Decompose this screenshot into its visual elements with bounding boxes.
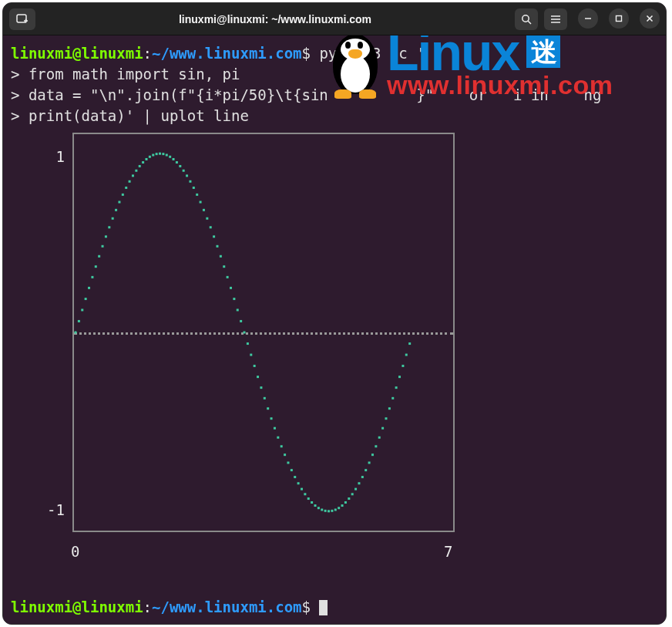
sine-curve: [72, 133, 455, 532]
svg-rect-108: [398, 376, 401, 378]
svg-rect-89: [334, 508, 337, 511]
svg-rect-17: [91, 276, 93, 278]
svg-rect-30: [135, 170, 137, 172]
menu-icon: [550, 15, 561, 24]
svg-rect-22: [108, 226, 110, 228]
svg-rect-105: [388, 407, 391, 410]
svg-rect-69: [267, 407, 269, 410]
svg-rect-27: [125, 187, 127, 189]
prompt-path-2: ~/www.linuxmi.com: [152, 598, 301, 615]
svg-rect-58: [230, 287, 232, 289]
svg-rect-54: [216, 245, 218, 248]
svg-rect-28: [129, 180, 131, 183]
svg-rect-71: [274, 427, 276, 430]
svg-rect-75: [287, 461, 289, 464]
svg-rect-23: [112, 217, 114, 220]
svg-rect-60: [237, 308, 239, 311]
titlebar-right-controls: [515, 8, 660, 30]
svg-rect-14: [81, 308, 83, 311]
prompt-user-2: linuxmi@linuxmi: [11, 598, 143, 615]
svg-rect-19: [98, 255, 100, 258]
svg-rect-92: [344, 501, 347, 504]
command-cont-2a: > data = "\n".join(f"{i*pi/50}\t{sin: [11, 86, 328, 103]
command-cont-3: > print(data)' | uplot line: [11, 106, 666, 126]
svg-rect-12: [75, 332, 77, 334]
svg-rect-87: [328, 510, 330, 512]
svg-rect-42: [176, 161, 178, 163]
svg-rect-40: [169, 156, 171, 158]
svg-rect-46: [189, 180, 191, 183]
watermark-mi-char: 迷: [526, 35, 560, 68]
svg-rect-109: [402, 365, 404, 367]
svg-rect-41: [173, 158, 175, 160]
titlebar: linuxmi@linuxmi: ~/www.linuxmi.com: [3, 3, 666, 35]
prompt-symbol-2: $: [302, 598, 311, 615]
svg-rect-93: [348, 497, 350, 500]
svg-rect-74: [284, 453, 286, 456]
svg-rect-36: [156, 153, 158, 155]
minimize-button[interactable]: [578, 8, 598, 29]
svg-rect-110: [405, 354, 408, 356]
svg-rect-33: [145, 158, 147, 160]
prompt-sep-2: :: [143, 598, 152, 615]
new-tab-icon: [16, 14, 29, 25]
svg-rect-29: [132, 174, 134, 177]
svg-rect-16: [88, 287, 90, 289]
svg-rect-59: [233, 298, 235, 300]
svg-rect-52: [210, 226, 212, 228]
svg-rect-24: [115, 209, 117, 211]
watermark-linux-word: Linux: [387, 35, 519, 74]
svg-rect-55: [220, 255, 222, 258]
search-button[interactable]: [515, 8, 538, 30]
watermark-linux: Linux 迷: [387, 35, 613, 74]
svg-rect-57: [227, 276, 229, 278]
svg-rect-45: [186, 174, 188, 177]
plot-area: 1 -1 0 7: [11, 130, 458, 561]
svg-rect-47: [193, 187, 195, 189]
svg-rect-44: [183, 170, 185, 172]
svg-rect-15: [85, 298, 87, 300]
svg-rect-31: [139, 165, 141, 167]
svg-rect-49: [200, 201, 202, 204]
svg-rect-65: [254, 365, 256, 367]
svg-rect-32: [142, 161, 144, 163]
xtick-left: 0: [71, 541, 79, 562]
minimize-icon: [584, 15, 592, 22]
svg-rect-20: [102, 245, 104, 248]
menu-button[interactable]: [544, 8, 567, 30]
svg-rect-77: [294, 476, 296, 478]
svg-rect-95: [354, 488, 357, 490]
close-button[interactable]: [640, 8, 660, 29]
svg-rect-39: [166, 154, 168, 157]
svg-rect-106: [391, 397, 394, 399]
new-tab-button[interactable]: [9, 8, 35, 30]
svg-rect-21: [105, 235, 107, 238]
terminal-body[interactable]: Linux 迷 www.linuxmi.com linuxmi@linuxmi:…: [3, 35, 666, 624]
svg-rect-67: [260, 386, 262, 389]
svg-rect-102: [378, 437, 381, 439]
svg-point-3: [522, 15, 529, 21]
svg-rect-63: [247, 342, 249, 345]
svg-rect-96: [358, 482, 360, 484]
svg-rect-68: [264, 397, 266, 399]
svg-rect-38: [162, 153, 164, 155]
watermark: Linux 迷 www.linuxmi.com: [327, 35, 613, 99]
ytick-bottom: -1: [18, 500, 65, 521]
maximize-button[interactable]: [609, 8, 629, 29]
svg-rect-79: [301, 488, 303, 490]
xtick-right: 7: [444, 541, 452, 562]
svg-rect-53: [213, 235, 215, 238]
svg-rect-51: [206, 217, 208, 220]
cursor: [319, 600, 328, 615]
tux-icon: [327, 35, 385, 99]
svg-rect-25: [118, 201, 120, 204]
svg-rect-101: [375, 445, 377, 447]
svg-rect-76: [291, 469, 293, 471]
svg-rect-81: [307, 497, 310, 500]
watermark-text: Linux 迷 www.linuxmi.com: [387, 35, 613, 97]
svg-rect-91: [341, 504, 344, 507]
prompt-sep: :: [143, 45, 152, 62]
svg-rect-64: [250, 354, 252, 356]
svg-line-4: [528, 21, 531, 24]
svg-rect-56: [223, 265, 225, 268]
